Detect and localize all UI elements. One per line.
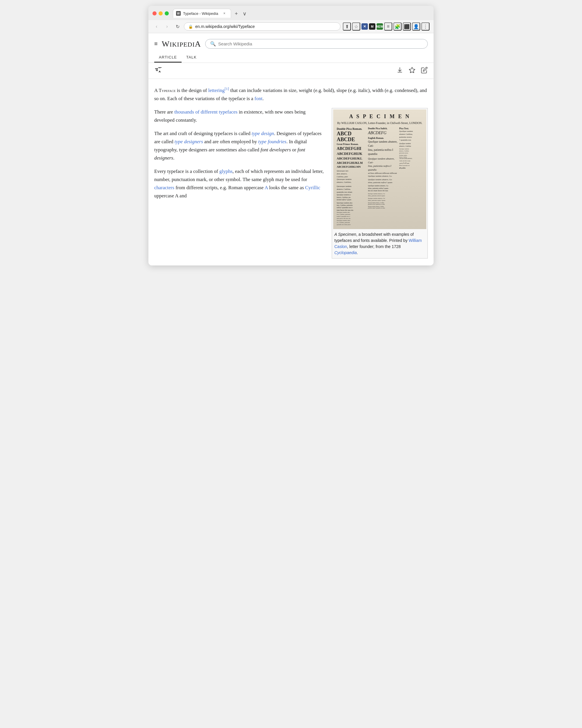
share-button[interactable]: ⬆ (343, 22, 351, 31)
search-input[interactable] (218, 41, 423, 46)
address-bar-row: ‹ › ↻ 🔒 en.m.wikipedia.org/wiki/Typeface… (149, 20, 433, 33)
type-designers-link[interactable]: type designers (175, 139, 203, 145)
extension-m-icon[interactable]: M (369, 23, 375, 30)
more-options-button[interactable]: ⋮ (421, 22, 429, 31)
title-bar-top: W Typeface - Wikipedia × + ∨ (153, 9, 429, 18)
intro-paragraph: A Typeface is the design of lettering[1]… (154, 86, 428, 103)
tab-article[interactable]: Article (154, 52, 182, 62)
specimen-subtitle: By WILLIAM CASLON, Letter-Founder, in Ch… (337, 121, 423, 125)
specimen-image: A S P E C I M E N By WILLIAM CASLON, Let… (333, 109, 426, 229)
specimen-title: A S P E C I M E N (337, 113, 423, 120)
glyphs-link[interactable]: glyphs (219, 168, 233, 174)
specimen-columns: Double Pica Roman. ABCD ABCDE Great Prim… (337, 127, 423, 226)
caption-italic-text: A Specimen (334, 232, 356, 237)
profile-icon: 👤 (413, 24, 419, 29)
window-controls (153, 11, 169, 16)
wiki-content: A Typeface is the design of lettering[1]… (149, 79, 433, 265)
tabs-row: W Typeface - Wikipedia × + ∨ (173, 9, 248, 18)
forward-button[interactable]: › (163, 22, 171, 31)
para3-text4: looks the same as (268, 185, 305, 190)
address-bookmark-button[interactable]: ☆ (352, 22, 360, 31)
wikipedia-logo-text: WIKIPEDIA (162, 39, 201, 48)
para3-text3: from different scripts, e.g. Roman upper… (174, 185, 265, 190)
extensions-button[interactable]: 🧩 (393, 22, 402, 31)
cyrillic-link[interactable]: Cyrillic (305, 185, 320, 190)
back-icon: ‹ (156, 24, 157, 29)
type-design-link[interactable]: type design (252, 131, 274, 136)
tab-favicon: W (176, 11, 181, 16)
profile-button[interactable]: 👤 (412, 22, 420, 31)
svg-marker-0 (409, 67, 415, 73)
typefaces-link[interactable]: thousands of different typefaces (174, 109, 237, 115)
share-icon: ⬆ (345, 24, 349, 29)
reader-view-button[interactable]: ≡ (384, 22, 392, 31)
minimize-button[interactable] (159, 11, 163, 16)
letter-a-link[interactable]: A (265, 185, 268, 190)
chevron-down-button[interactable]: ∨ (240, 9, 248, 18)
cast-icon: ⬛ (404, 24, 410, 29)
more-icon: ⋮ (423, 24, 428, 29)
page-tabs: Article Talk (154, 52, 428, 62)
tab-title: Typeface - Wikipedia (183, 11, 220, 16)
para1-text1: There are (154, 109, 174, 115)
lettering-link[interactable]: lettering (208, 87, 224, 93)
translate-icon[interactable] (154, 66, 162, 76)
tab-close-button[interactable]: × (222, 11, 227, 16)
hamburger-icon[interactable]: ≡ (154, 41, 158, 47)
cite-1-link[interactable]: [1] (224, 87, 229, 91)
specimen-content: A S P E C I M E N By WILLIAM CASLON, Let… (333, 109, 426, 229)
lock-icon: 🔒 (188, 24, 193, 29)
article-tools (149, 63, 433, 79)
tab-talk[interactable]: Talk (182, 52, 202, 62)
title-bar: W Typeface - Wikipedia × + ∨ (149, 6, 433, 20)
address-bar[interactable]: 🔒 en.m.wikipedia.org/wiki/Typeface (184, 22, 341, 31)
watch-button[interactable] (408, 67, 416, 75)
caption-text3: , letter founder; from the 1728 (347, 244, 401, 249)
tab-article-label: Article (159, 55, 177, 59)
download-button[interactable] (396, 67, 403, 75)
font-developers-italic: font developers (260, 147, 291, 153)
characters-link[interactable]: characters (154, 185, 174, 190)
font-link[interactable]: font (255, 96, 263, 101)
extension-n-icon[interactable]: NEW (376, 23, 383, 30)
new-tab-button[interactable]: + (232, 9, 240, 18)
specimen-col-3: Pica Text. Quofque tandem abutere Catili… (399, 127, 423, 226)
toolbar-icons: ⬆ ☆ ✕ M NEW ≡ 🧩 ⬛ 👤 ⋮ (343, 22, 429, 31)
caption-text4: . (357, 250, 358, 255)
paragraph-3: Every typeface is a collection of glyphs… (154, 167, 325, 200)
intro-text1: is the design of (176, 87, 208, 93)
puzzle-icon: 🧩 (395, 24, 400, 29)
wiki-search-bar[interactable]: 🔍 (205, 39, 428, 49)
url-text: en.m.wikipedia.org/wiki/Typeface (195, 24, 336, 29)
figure-caption: A Specimen, a broadsheet with examples o… (333, 229, 426, 257)
tab-talk-label: Talk (186, 55, 197, 59)
para2-text1: The art and craft of designing typefaces… (154, 131, 252, 136)
close-button[interactable] (153, 11, 157, 16)
wiki-nav-top: ≡ WIKIPEDIA 🔍 (154, 37, 428, 50)
active-tab[interactable]: W Typeface - Wikipedia × (173, 9, 231, 18)
star-icon: ☆ (354, 24, 358, 29)
back-button[interactable]: ‹ (153, 22, 161, 31)
search-icon: 🔍 (210, 41, 216, 47)
forward-icon: › (166, 24, 168, 29)
specimen-figure: A S P E C I M E N By WILLIAM CASLON, Let… (332, 108, 428, 259)
reader-icon: ≡ (387, 24, 389, 29)
type-foundries-link[interactable]: type foundries (258, 139, 286, 145)
cyclopaedia-link[interactable]: Cyclopaedia (334, 250, 357, 255)
maximize-button[interactable] (165, 11, 169, 16)
wikipedia-logo[interactable]: WIKIPEDIA (162, 39, 201, 49)
paragraph-1: There are thousands of different typefac… (154, 108, 325, 124)
intro-text3: . (263, 96, 264, 101)
wiki-header: ≡ WIKIPEDIA 🔍 Article Talk (149, 33, 433, 63)
para3-text5: uppercase A and (154, 193, 187, 199)
intro-prefix: A (154, 87, 159, 93)
cast-button[interactable]: ⬛ (403, 22, 411, 31)
content-left: There are thousands of different typefac… (154, 108, 325, 205)
extension-x-icon[interactable]: ✕ (362, 23, 368, 30)
reload-icon: ↻ (176, 24, 180, 29)
small-caps-typeface: Typeface (159, 88, 176, 93)
para3-text1: Every typeface is a collection of (154, 168, 219, 174)
paragraph-2: The art and craft of designing typefaces… (154, 130, 325, 162)
reload-button[interactable]: ↻ (174, 22, 182, 31)
edit-button[interactable] (421, 67, 428, 75)
